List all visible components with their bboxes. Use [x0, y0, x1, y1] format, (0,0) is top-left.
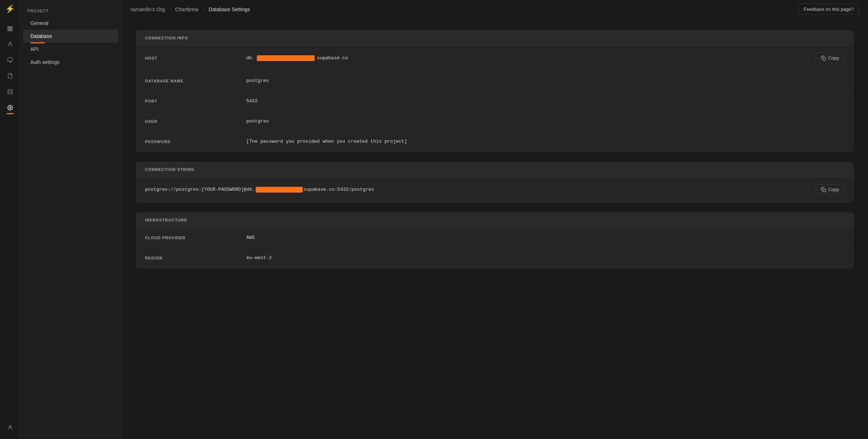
region-value: eu-west-2 — [246, 255, 844, 261]
user-label: USER — [145, 119, 246, 124]
breadcrumb-sep-1: › — [169, 7, 171, 12]
storage-icon[interactable] — [3, 85, 17, 99]
svg-rect-1 — [8, 58, 12, 61]
host-redacted-bar — [257, 55, 315, 61]
connection-info-header: CONNECTION INFO — [136, 31, 853, 46]
svg-point-5 — [9, 107, 11, 108]
content-area: CONNECTION INFO HOST db.supabase.co Copy… — [122, 19, 868, 439]
svg-point-6 — [9, 426, 11, 427]
svg-rect-8 — [823, 189, 826, 192]
host-row: HOST db.supabase.co Copy — [136, 46, 853, 71]
password-value: [The password you provided when you crea… — [246, 139, 844, 144]
connection-string-row: postgres://postgres:[YOUR-PASSWORD]@db.s… — [136, 177, 853, 202]
infrastructure-card: INFRASTRUCTURE CLOUD PROVIDER AWS REGION… — [136, 212, 854, 268]
connection-string-value: postgres://postgres:[YOUR-PASSWORD]@db.s… — [145, 187, 810, 193]
infrastructure-header: INFRASTRUCTURE — [136, 213, 853, 228]
cloud-provider-row: CLOUD PROVIDER AWS — [136, 228, 853, 248]
port-label: PORT — [145, 99, 246, 103]
breadcrumb-current: Database Settings — [209, 7, 250, 12]
sidebar: PROJECT General Database API Auth settin… — [20, 0, 122, 439]
user-value: postgres — [246, 119, 844, 124]
main-wrapper: razvanilin's Org › Chartbrew › Database … — [122, 0, 868, 439]
password-label: PASSWORD — [145, 139, 246, 144]
connection-info-card: CONNECTION INFO HOST db.supabase.co Copy… — [136, 30, 854, 152]
icon-bar: ⚡ ▦ — [0, 0, 20, 439]
svg-point-0 — [9, 42, 11, 44]
port-row: PORT 5432 — [136, 91, 853, 111]
screen-icon[interactable] — [3, 53, 17, 67]
feedback-button[interactable]: Feedback on this page? — [798, 4, 859, 15]
dashboard-icon[interactable]: ▦ — [3, 21, 17, 35]
breadcrumb-sep-2: › — [203, 7, 204, 12]
topbar: razvanilin's Org › Chartbrew › Database … — [122, 0, 868, 19]
document-icon[interactable] — [3, 69, 17, 83]
port-value: 5432 — [246, 98, 844, 104]
host-copy-label: Copy — [828, 55, 839, 61]
cloud-provider-value: AWS — [246, 235, 844, 240]
host-label: HOST — [145, 56, 246, 60]
cloud-provider-label: CLOUD PROVIDER — [145, 236, 246, 240]
host-copy-button[interactable]: Copy — [816, 53, 844, 63]
database-name-value: postgres — [246, 78, 844, 83]
connection-string-card: CONNECTION STRING postgres://postgres:[Y… — [136, 162, 854, 202]
sidebar-item-database[interactable]: Database — [23, 30, 118, 43]
breadcrumb-project[interactable]: Chartbrew — [175, 7, 199, 12]
breadcrumb-org[interactable]: razvanilin's Org — [130, 7, 165, 12]
database-name-row: DATABASE NAME postgres — [136, 71, 853, 91]
users-icon[interactable] — [3, 37, 17, 51]
user-avatar-icon[interactable] — [3, 420, 17, 435]
sidebar-item-general[interactable]: General — [23, 17, 118, 30]
app-logo[interactable]: ⚡ — [5, 4, 15, 14]
user-row: USER postgres — [136, 111, 853, 132]
connection-string-copy-button[interactable]: Copy — [816, 184, 844, 195]
conn-string-redacted-bar — [256, 187, 303, 193]
sidebar-section-label: PROJECT — [20, 9, 121, 17]
connection-string-copy-label: Copy — [828, 187, 839, 192]
region-label: REGION — [145, 256, 246, 260]
connection-string-header: CONNECTION STRING — [136, 162, 853, 177]
host-value: db.supabase.co — [246, 55, 810, 61]
database-name-label: DATABASE NAME — [145, 79, 246, 83]
settings-nav-icon[interactable] — [3, 100, 17, 115]
svg-point-4 — [8, 89, 12, 91]
region-row: REGION eu-west-2 — [136, 248, 853, 268]
sidebar-item-auth-settings[interactable]: Auth settings — [23, 56, 118, 69]
svg-rect-7 — [823, 57, 826, 60]
password-row: PASSWORD [The password you provided when… — [136, 132, 853, 151]
sidebar-item-api[interactable]: API — [23, 43, 118, 56]
